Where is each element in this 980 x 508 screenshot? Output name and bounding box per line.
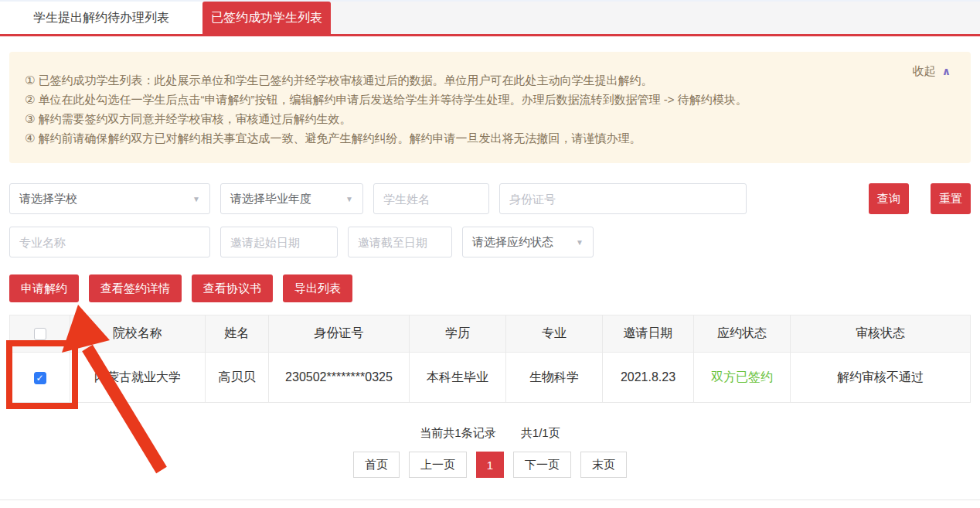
chevron-up-icon: ∧ — [942, 65, 951, 77]
major-name-input[interactable] — [9, 227, 210, 257]
cell-id-number: 230502********0325 — [269, 353, 410, 403]
chevron-down-icon: ▼ — [576, 238, 584, 247]
tab-signed-students-list[interactable]: 已签约成功学生列表 — [202, 2, 331, 34]
school-select-value: 请选择学校 — [19, 192, 77, 206]
col-header-school: 院校名称 — [70, 315, 206, 353]
col-header-id-number: 身份证号 — [269, 315, 410, 353]
action-button-row: 申请解约 查看签约详情 查看协议书 导出列表 — [9, 274, 971, 302]
cell-school: 内蒙古就业大学 — [70, 353, 206, 403]
invite-end-date-input[interactable] — [348, 227, 452, 257]
filter-row-1: 请选择学校 ▼ 请选择毕业年度 ▼ 查询 重置 — [9, 183, 971, 214]
collapse-label: 收起 — [912, 64, 935, 77]
pagination: 当前共1条记录 共1/1页 首页 上一页 1 下一页 末页 — [9, 426, 971, 478]
col-header-invite-date: 邀请日期 — [603, 315, 694, 353]
reset-button[interactable]: 重置 — [931, 183, 971, 214]
pagination-first-button[interactable]: 首页 — [353, 452, 400, 478]
id-number-input[interactable] — [499, 183, 747, 214]
page: 学生提出解约待办理列表 已签约成功学生列表 收起 ∧ ① 已签约成功学生列表：此… — [0, 0, 980, 508]
table-row: ✓ 内蒙古就业大学 高贝贝 230502********0325 本科生毕业 生… — [10, 353, 971, 403]
page-count-text: 共1/1页 — [521, 426, 560, 439]
cell-name: 高贝贝 — [206, 353, 269, 403]
chevron-down-icon: ▼ — [192, 195, 200, 203]
grad-year-select-value: 请选择毕业年度 — [230, 192, 311, 206]
view-agreement-button[interactable]: 查看协议书 — [192, 274, 273, 302]
cell-degree: 本科生毕业 — [410, 353, 506, 403]
pagination-next-button[interactable]: 下一页 — [513, 452, 571, 478]
notice-line-1: ① 已签约成功学生列表：此处展示单位和学生已签约并经学校审核通过后的数据。单位用… — [25, 70, 952, 90]
notice-line-4: ④ 解约前请确保解约双方已对解约相关事宜达成一致、避免产生解约纠纷。解约申请一旦… — [25, 128, 952, 148]
pagination-buttons: 首页 上一页 1 下一页 末页 — [9, 452, 971, 478]
table-header-row: ✓ 院校名称 姓名 身份证号 学历 专业 邀请日期 应约状态 审核状态 — [10, 315, 971, 353]
notice-line-3: ③ 解约需要签约双方同意并经学校审核，审核通过后解约生效。 — [25, 109, 952, 128]
notice-panel: 收起 ∧ ① 已签约成功学生列表：此处展示单位和学生已签约并经学校审核通过后的数… — [9, 52, 971, 163]
apply-termination-button[interactable]: 申请解约 — [9, 274, 79, 302]
invite-start-date-input[interactable] — [220, 227, 338, 257]
cell-major: 生物科学 — [506, 353, 603, 403]
filter-row-2: 请选择应约状态 ▼ — [9, 227, 971, 257]
tab-bar: 学生提出解约待办理列表 已签约成功学生列表 — [0, 2, 980, 34]
school-select[interactable]: 请选择学校 ▼ — [9, 183, 210, 214]
select-all-checkbox[interactable]: ✓ — [34, 328, 46, 340]
check-icon: ✓ — [36, 373, 43, 383]
students-table: ✓ 院校名称 姓名 身份证号 学历 专业 邀请日期 应约状态 审核状态 — [9, 315, 971, 403]
view-signing-detail-button[interactable]: 查看签约详情 — [89, 274, 182, 302]
col-header-name: 姓名 — [206, 315, 269, 353]
cell-invite-date: 2021.8.23 — [603, 353, 694, 403]
tab-pending-termination-list[interactable]: 学生提出解约待办理列表 — [0, 2, 202, 34]
cell-review-status: 解约审核不通过 — [791, 353, 971, 403]
record-count-text: 当前共1条记录 — [420, 426, 495, 439]
col-header-response-status: 应约状态 — [694, 315, 791, 353]
col-header-review-status: 审核状态 — [791, 315, 971, 353]
pagination-prev-button[interactable]: 上一页 — [409, 452, 467, 478]
tab-underline — [0, 34, 980, 36]
pagination-last-button[interactable]: 末页 — [580, 452, 627, 478]
export-list-button[interactable]: 导出列表 — [283, 274, 352, 302]
bottom-divider — [0, 499, 980, 500]
chevron-down-icon: ▼ — [345, 195, 353, 203]
notice-line-2: ② 单位在此处勾选任一学生后点击“申请解约”按钮，编辑解约申请后发送给学生并等待… — [25, 90, 952, 109]
student-name-input[interactable] — [373, 183, 489, 214]
pagination-current-page[interactable]: 1 — [476, 452, 504, 478]
row-checkbox[interactable]: ✓ — [34, 372, 46, 384]
grad-year-select[interactable]: 请选择毕业年度 ▼ — [220, 183, 363, 214]
pagination-summary: 当前共1条记录 共1/1页 — [9, 426, 971, 441]
response-status-select-value: 请选择应约状态 — [472, 235, 553, 250]
col-header-degree: 学历 — [410, 315, 506, 353]
main-content: 收起 ∧ ① 已签约成功学生列表：此处展示单位和学生已签约并经学校审核通过后的数… — [0, 52, 980, 478]
search-button[interactable]: 查询 — [869, 183, 909, 214]
cell-response-status: 双方已签约 — [694, 353, 791, 403]
col-header-major: 专业 — [506, 315, 603, 353]
response-status-select[interactable]: 请选择应约状态 ▼ — [462, 227, 594, 257]
collapse-link[interactable]: 收起 ∧ — [912, 61, 951, 81]
